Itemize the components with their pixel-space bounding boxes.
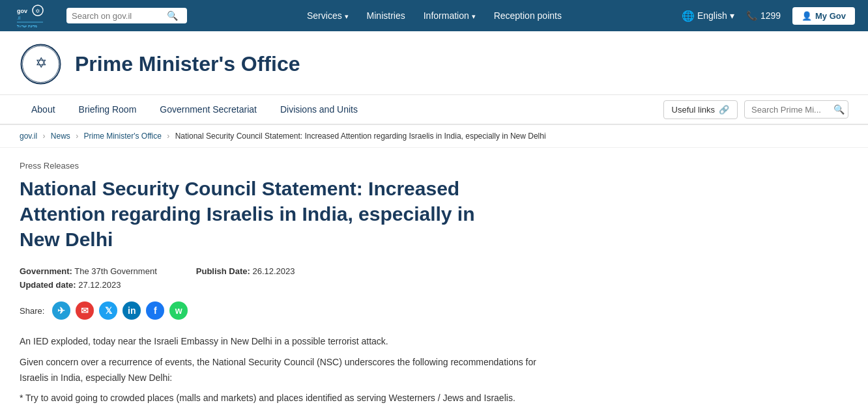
top-search-button[interactable]: 🔍	[167, 10, 178, 21]
lang-arrow: ▾	[730, 10, 734, 21]
user-icon: 👤	[802, 11, 812, 21]
gov-logo-icon: gov .il ✡ מדינת ישראל	[13, 1, 47, 30]
nav-ministries[interactable]: Ministries	[367, 10, 405, 21]
publish-date-label: Publish Date:	[196, 266, 250, 276]
breadcrumb-govil[interactable]: gov.il	[20, 132, 37, 141]
updated-label: Updated date:	[20, 280, 76, 290]
ministry-header: ✡ Prime Minister's Office	[0, 31, 868, 95]
top-nav-right: 🌐 English ▾ 📞 1299 👤 My Gov	[682, 7, 855, 25]
article-content: Press Releases National Security Council…	[0, 148, 586, 405]
site-logo[interactable]: gov .il ✡ מדינת ישראל	[13, 1, 47, 30]
meta-row-primary: Government: The 37th Government Publish …	[20, 266, 567, 276]
breadcrumb: gov.il › News › Prime Minister's Office …	[0, 125, 868, 148]
ministry-logo: ✡	[20, 43, 62, 85]
subnav-briefing[interactable]: Briefing Room	[67, 95, 149, 124]
breadcrumb-ministry[interactable]: Prime Minister's Office	[84, 132, 162, 141]
svg-text:✡: ✡	[35, 8, 40, 14]
government-value: The 37th Government	[74, 266, 156, 276]
top-navigation: gov .il ✡ מדינת ישראל 🔍 Services ▾ Minis…	[0, 0, 868, 31]
language-button[interactable]: 🌐 English ▾	[682, 10, 734, 22]
share-twitter-button[interactable]: 𝕏	[99, 301, 117, 320]
share-email-button[interactable]: ✉	[76, 301, 94, 320]
svg-text:gov: gov	[17, 8, 27, 14]
article-paragraph-1: An IED exploded, today near the Israeli …	[20, 334, 567, 350]
share-facebook-button[interactable]: f	[146, 301, 164, 320]
globe-icon: 🌐	[682, 10, 695, 22]
ministry-title: Prime Minister's Office	[75, 52, 300, 76]
breadcrumb-news[interactable]: News	[51, 132, 70, 141]
mygov-button[interactable]: 👤 My Gov	[792, 7, 855, 25]
article-body: An IED exploded, today near the Israeli …	[20, 334, 567, 405]
sub-search-input[interactable]	[751, 105, 830, 115]
updated-value: 27.12.2023	[78, 280, 121, 290]
article-title: National Security Council Statement: Inc…	[20, 176, 508, 252]
useful-links-button[interactable]: Useful links 🔗	[663, 100, 738, 119]
nav-services[interactable]: Services ▾	[307, 10, 349, 21]
updated-date-meta: Updated date: 27.12.2023	[20, 280, 567, 290]
subnav-divisions[interactable]: Divisions and Units	[268, 95, 369, 124]
share-telegram-button[interactable]: ✈	[52, 301, 70, 320]
sub-navigation: About Briefing Room Government Secretari…	[0, 95, 868, 125]
breadcrumb-sep-1: ›	[42, 132, 45, 141]
svg-text:מדינת ישראל: מדינת ישראל	[17, 24, 37, 28]
sub-nav-links: About Briefing Room Government Secretari…	[20, 95, 663, 124]
breadcrumb-sep-3: ›	[167, 132, 169, 141]
article-bullet-1: * Try to avoid going to crowded places (…	[20, 391, 567, 405]
link-icon: 🔗	[719, 105, 729, 115]
share-row: Share: ✈ ✉ 𝕏 in f w	[20, 301, 567, 320]
phone-button[interactable]: 📞 1299	[746, 10, 781, 21]
publish-date-value: 26.12.2023	[252, 266, 295, 276]
nav-reception[interactable]: Reception points	[494, 10, 562, 21]
subnav-secretariat[interactable]: Government Secretariat	[148, 95, 268, 124]
share-label: Share:	[20, 306, 44, 316]
top-nav-links: Services ▾ Ministries Information ▾ Rece…	[207, 10, 662, 21]
subnav-about[interactable]: About	[20, 95, 67, 124]
breadcrumb-sep-2: ›	[76, 132, 78, 141]
sub-search-box: 🔍	[744, 100, 848, 119]
sub-search-icon[interactable]: 🔍	[833, 104, 845, 115]
nav-information[interactable]: Information ▾	[424, 10, 476, 21]
top-search-area: 🔍	[66, 8, 187, 23]
top-search-box: 🔍	[66, 8, 187, 23]
share-linkedin-button[interactable]: in	[123, 301, 141, 320]
phone-icon: 📞	[746, 10, 757, 21]
top-search-input[interactable]	[72, 11, 163, 21]
government-meta: Government: The 37th Government	[20, 266, 157, 276]
share-whatsapp-button[interactable]: w	[169, 301, 188, 320]
publish-date-meta: Publish Date: 26.12.2023	[196, 266, 295, 276]
svg-text:.il: .il	[17, 16, 21, 20]
press-release-label: Press Releases	[20, 161, 567, 171]
svg-text:✡: ✡	[35, 55, 47, 71]
breadcrumb-current: National Security Council Statement: Inc…	[175, 132, 546, 141]
government-label: Government:	[20, 266, 72, 276]
services-arrow: ▾	[345, 12, 349, 20]
sub-nav-right: Useful links 🔗 🔍	[663, 100, 848, 119]
information-arrow: ▾	[472, 12, 476, 20]
article-paragraph-2: Given concern over a recurrence of event…	[20, 355, 567, 386]
